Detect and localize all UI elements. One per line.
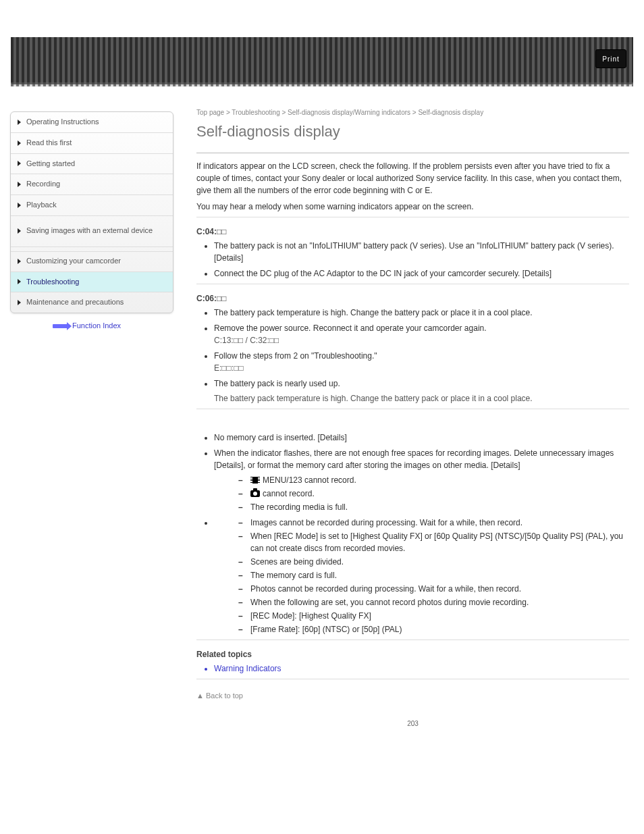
list-item: The battery pack is nearly used up. The … <box>214 377 629 405</box>
list-item: Remove the power source. Reconnect it an… <box>214 322 629 346</box>
sidebar-item-label: Saving images with an external device <box>26 226 153 236</box>
sidebar-item-customizing[interactable]: Customizing your camcorder <box>11 247 173 272</box>
main-content: Top page > Troubleshooting > Self-diagno… <box>173 84 644 754</box>
function-index-link[interactable]: Function Index <box>0 321 173 330</box>
chevron-right-icon <box>18 228 21 234</box>
sidebar-item-operating-instructions[interactable]: Operating Instructions <box>11 112 173 133</box>
sidebar-item-maintenance[interactable]: Maintenance and precautions <box>11 292 173 313</box>
back-to-top-link[interactable]: ▲ Back to top <box>196 692 629 700</box>
function-index-label: Function Index <box>72 321 121 330</box>
sidebar-item-troubleshooting[interactable]: Troubleshooting <box>11 272 173 293</box>
sidebar-item-getting-started[interactable]: Getting started <box>11 154 173 175</box>
section-head: C:04:□□ <box>196 227 629 236</box>
sidebar-item-label: Customizing your camcorder <box>26 257 121 266</box>
breadcrumb: Top page > Troubleshooting > Self-diagno… <box>196 109 629 116</box>
section-list: The battery pack temperature is high. Ch… <box>214 307 629 405</box>
list-item: The battery pack temperature is high. Ch… <box>214 307 629 319</box>
related-topics-head: Related topics <box>196 650 629 659</box>
chevron-right-icon <box>18 182 21 187</box>
divider <box>196 153 629 153</box>
list-item-text: The battery pack temperature is high. Ch… <box>214 308 533 317</box>
sidebar-item-label: Troubleshooting <box>26 278 79 287</box>
sub-list-item: The recording media is full. <box>238 501 629 513</box>
sub-item-text: cannot record. <box>263 489 315 498</box>
section-list: No memory card is inserted. [Details] Wh… <box>214 432 629 635</box>
back-label: Back to top <box>206 692 243 700</box>
sub-list: MENU/123 cannot record. cannot record. T… <box>238 474 629 513</box>
sidebar-item-label: Getting started <box>26 159 75 169</box>
page-title: Self-diagnosis display <box>196 123 629 140</box>
sub-list-item: [Frame Rate]: [60p] (NTSC) or [50p] (PAL… <box>238 623 629 635</box>
section-head-memory <box>196 419 629 428</box>
list-item-text: The battery pack is nearly used up. <box>214 379 340 388</box>
sub-item-text: MENU/123 cannot record. <box>263 475 356 485</box>
sidebar-item-recording[interactable]: Recording <box>11 174 173 195</box>
divider <box>196 284 629 284</box>
sidebar-item-label: Playback <box>26 201 57 210</box>
list-item: Follow the steps from 2 on "Troubleshoot… <box>214 350 629 374</box>
list-item-text: When the indicator flashes, there are no… <box>214 448 614 470</box>
page-header-band: Print <box>11 37 633 84</box>
list-item-sub: The battery pack temperature is high. Ch… <box>214 392 629 405</box>
intro-text: If indicators appear on the LCD screen, … <box>196 160 629 197</box>
list-item: Images cannot be recorded during process… <box>214 517 629 635</box>
sub-list-item: [REC Mode]: [Highest Quality FX] <box>238 610 629 622</box>
list-item: The battery pack is not an "InfoLITHIUM"… <box>214 240 629 264</box>
chevron-right-icon <box>18 120 21 125</box>
divider <box>196 409 629 409</box>
sidebar-item-label: Recording <box>26 180 60 189</box>
chevron-right-icon <box>18 259 21 264</box>
sub-list-item: When [REC Mode] is set to [Highest Quali… <box>238 530 629 554</box>
list-item: No memory card is inserted. [Details] <box>214 432 629 444</box>
sidebar-nav: Operating Instructions Read this first G… <box>10 111 173 313</box>
film-icon <box>250 477 260 484</box>
code-ref: C:13:□□ / C:32:□□ <box>214 336 279 345</box>
camera-icon <box>250 490 260 497</box>
print-button[interactable]: Print <box>595 49 626 68</box>
section-head: C:06:□□ <box>196 294 629 303</box>
sidebar-item-playback[interactable]: Playback <box>11 195 173 216</box>
sidebar-item-label: Read this first <box>26 138 72 148</box>
list-item-text: Follow the steps from 2 on "Troubleshoot… <box>214 351 377 361</box>
list-item-text: Remove the power source. Reconnect it an… <box>214 323 487 333</box>
sub-list-item: Photos cannot be recorded during process… <box>238 583 629 595</box>
chevron-right-icon <box>18 161 21 166</box>
chevron-right-icon <box>18 279 21 284</box>
chevron-right-icon <box>18 300 21 305</box>
sidebar-item-read-first[interactable]: Read this first <box>11 133 173 154</box>
divider <box>196 217 629 217</box>
sub-list-item: The memory card is full. <box>238 569 629 581</box>
chevron-right-icon <box>18 140 21 146</box>
sub-list-item: When the following are set, you cannot r… <box>238 596 629 608</box>
sub-list-item: Images cannot be recorded during process… <box>238 517 629 529</box>
sub-list-item: cannot record. <box>238 488 629 500</box>
note-text: You may hear a melody when some warning … <box>196 202 629 211</box>
section-list: The battery pack is not an "InfoLITHIUM"… <box>214 240 629 280</box>
divider <box>196 640 629 640</box>
sub-list-item: MENU/123 cannot record. <box>238 474 629 486</box>
page-number: 203 <box>196 720 629 727</box>
sidebar-item-label: Maintenance and precautions <box>26 298 124 307</box>
sub-list: Images cannot be recorded during process… <box>238 517 629 635</box>
chevron-right-icon <box>18 203 21 208</box>
sidebar-item-saving-images[interactable]: Saving images with an external device <box>11 216 173 247</box>
related-list: Warning Indicators <box>214 662 629 675</box>
list-item: Connect the DC plug of the AC Adaptor to… <box>214 267 629 280</box>
divider <box>196 679 629 679</box>
sidebar-item-label: Operating Instructions <box>26 118 99 127</box>
code-ref: E:□□:□□ <box>214 363 244 373</box>
list-item: When the indicator flashes, there are no… <box>214 447 629 513</box>
sub-list-item: Scenes are being divided. <box>238 556 629 568</box>
related-link[interactable]: Warning Indicators <box>214 662 629 675</box>
arrow-right-icon <box>53 324 68 328</box>
